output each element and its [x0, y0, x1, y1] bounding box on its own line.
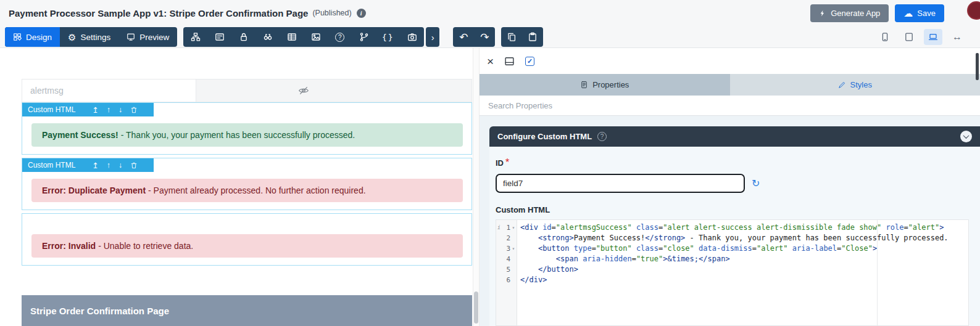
- tab-properties[interactable]: Properties: [480, 74, 730, 96]
- collapse-section-button[interactable]: [960, 131, 972, 142]
- sitemap-icon[interactable]: [183, 27, 207, 47]
- panel-tabs: Properties Styles: [480, 74, 980, 96]
- copy-icon[interactable]: [501, 27, 522, 47]
- app-header: Payment Processor Sample App v1: Stripe …: [0, 0, 980, 26]
- move-out-icon[interactable]: ↥: [92, 105, 98, 115]
- help-icon[interactable]: ?: [328, 27, 352, 47]
- save-button[interactable]: ☁ Save: [895, 4, 944, 22]
- code-line: </button>: [520, 264, 968, 275]
- canvas-scrollbar-thumb[interactable]: [474, 291, 478, 324]
- chevron-right-icon[interactable]: ›: [426, 27, 439, 47]
- configure-card: Configure Custom HTML ? ID* ↻ Custom HTM…: [489, 126, 980, 326]
- toolbar: Design ⚙ Settings Preview: [0, 26, 980, 48]
- alert-text: - Unable to retrieve data.: [98, 241, 193, 251]
- component-tag-bar[interactable]: Custom HTML ↥ ↑ ↓: [22, 158, 154, 172]
- image-chart-icon[interactable]: [304, 27, 328, 47]
- device-preview-group: ↔: [876, 29, 966, 45]
- code-line: <button type="button" class="close" data…: [520, 243, 968, 254]
- component-tag-label: Custom HTML: [28, 105, 75, 114]
- duplicate-payment-alert[interactable]: Error: Duplicate Payment - Payment alrea…: [31, 179, 463, 202]
- responsive-width-icon[interactable]: ↔: [948, 29, 966, 45]
- fold-caret[interactable]: ▾: [510, 243, 517, 254]
- move-out-icon[interactable]: ↥: [92, 161, 98, 170]
- view-tabs-group: Design ⚙ Settings Preview: [5, 27, 177, 47]
- preview-icon: [127, 33, 135, 41]
- form-icon[interactable]: [207, 27, 231, 47]
- gear-icon: ⚙: [68, 33, 76, 42]
- table-icon[interactable]: [280, 27, 304, 47]
- checkbox-icon[interactable]: ✓: [525, 57, 534, 66]
- invalid-alert[interactable]: Error: Invalid - Unable to retrieve data…: [31, 234, 463, 258]
- success-alert[interactable]: Payment Success! - Thank you, your payme…: [31, 123, 463, 147]
- history-group: ↶ ↷: [453, 27, 495, 47]
- tab-design[interactable]: Design: [5, 27, 60, 47]
- alert-strong-text: Error: Invalid: [42, 241, 96, 251]
- binoculars-icon[interactable]: [255, 27, 280, 47]
- alert-text: - Payment already processed. No further …: [148, 185, 366, 195]
- alertmsg-field[interactable]: alertmsg: [22, 79, 472, 102]
- canvas-scrollbar[interactable]: [473, 48, 480, 326]
- panel-toolbar: × ✓: [480, 48, 980, 74]
- phone-icon[interactable]: [876, 29, 894, 45]
- bind-data-icon[interactable]: ↻: [752, 177, 760, 189]
- more-tools-group: ›: [426, 27, 439, 47]
- avatar[interactable]: [967, 1, 980, 20]
- code-area[interactable]: <div id="alertmsgSuccess" class="alert a…: [517, 220, 968, 325]
- move-down-icon[interactable]: ↓: [118, 161, 122, 169]
- fold-caret[interactable]: ▾: [510, 222, 517, 233]
- delete-icon[interactable]: [130, 106, 138, 114]
- hidden-eye-slash-icon[interactable]: [298, 85, 309, 99]
- paste-icon[interactable]: [522, 27, 543, 47]
- code-gutter: i1▾23▾456: [496, 220, 517, 325]
- panel-window-icon[interactable]: [504, 56, 515, 67]
- delete-icon[interactable]: [130, 161, 138, 169]
- section-help-icon[interactable]: ?: [597, 132, 607, 141]
- custom-html-component-3[interactable]: Error: Invalid - Unable to retrieve data…: [22, 213, 472, 266]
- tab-styles[interactable]: Styles: [730, 74, 980, 96]
- move-up-icon[interactable]: ↑: [107, 105, 110, 114]
- tab-settings[interactable]: ⚙ Settings: [60, 27, 118, 47]
- panel-content: Configure Custom HTML ? ID* ↻ Custom HTM…: [480, 116, 980, 326]
- page-header-component[interactable]: Stripe Order Confirmation Page: [22, 295, 472, 326]
- clipboard-group: [501, 27, 543, 47]
- branch-icon[interactable]: [352, 27, 376, 47]
- alert-text: - Thank you, your payment has been succe…: [121, 130, 355, 140]
- section-title: Configure Custom HTML: [497, 132, 592, 141]
- bolt-icon: [819, 9, 826, 17]
- move-down-icon[interactable]: ↓: [118, 105, 122, 114]
- info-icon[interactable]: i: [357, 9, 366, 18]
- custom-html-component-1[interactable]: Custom HTML ↥ ↑ ↓ Payment Success! - Tha…: [22, 102, 472, 155]
- alert-strong-text: Error: Duplicate Payment: [42, 185, 146, 195]
- code-line: <strong>Payment Success!</strong> - Than…: [520, 233, 968, 243]
- id-input[interactable]: [496, 174, 745, 193]
- laptop-icon[interactable]: [924, 29, 942, 45]
- alertmsg-field-label: alertmsg: [30, 86, 64, 96]
- component-tag-label: Custom HTML: [28, 161, 75, 169]
- redo-icon[interactable]: ↷: [474, 27, 495, 47]
- required-asterisk: *: [505, 157, 509, 168]
- custom-html-code-editor[interactable]: i1▾23▾456 <div id="alertmsgSuccess" clas…: [496, 219, 969, 326]
- print-margin-ruler: [877, 220, 878, 325]
- component-tag-bar[interactable]: Custom HTML ↥ ↑ ↓: [22, 103, 154, 116]
- lock-icon[interactable]: [231, 27, 255, 47]
- document-icon: [580, 81, 588, 89]
- top-chrome: Payment Processor Sample App v1: Stripe …: [0, 0, 980, 48]
- tablet-icon[interactable]: [900, 29, 918, 45]
- panel-scrollbar-thumb[interactable]: [976, 53, 979, 80]
- camera-icon[interactable]: [400, 27, 424, 47]
- generate-app-button[interactable]: Generate App: [810, 4, 889, 22]
- brush-icon: [838, 81, 846, 89]
- undo-icon[interactable]: ↶: [453, 27, 474, 47]
- published-badge: (Published): [312, 9, 351, 17]
- chevron-down-icon: [963, 132, 970, 139]
- id-label: ID: [496, 158, 504, 168]
- move-up-icon[interactable]: ↑: [107, 161, 110, 169]
- configure-card-header[interactable]: Configure Custom HTML ?: [489, 126, 980, 147]
- tab-preview[interactable]: Preview: [118, 27, 177, 47]
- search-properties-input[interactable]: [480, 96, 980, 115]
- design-canvas: alertmsg Custom HTML ↥ ↑ ↓ Payment Succe…: [0, 48, 473, 326]
- braces-icon[interactable]: {}: [376, 27, 400, 47]
- page-title: Payment Processor Sample App v1: Stripe …: [9, 8, 308, 18]
- custom-html-component-2[interactable]: Custom HTML ↥ ↑ ↓ Error: Duplicate Payme…: [22, 158, 472, 210]
- close-icon[interactable]: ×: [487, 55, 494, 67]
